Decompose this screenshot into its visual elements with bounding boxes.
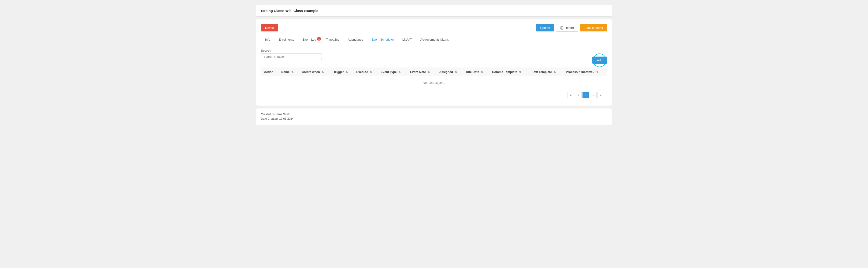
date-created: Date Created: 12-06-2024 [261, 117, 607, 121]
col-create-when-label: Create when [302, 70, 320, 74]
search-label: Search: [261, 49, 322, 52]
main-card: Delete Update Report Back to Index [256, 19, 612, 106]
pagination-prev[interactable]: ‹ [575, 92, 582, 98]
add-button[interactable]: Add [592, 57, 607, 64]
tab-event-scheduler[interactable]: Event Scheduler [367, 35, 398, 44]
search-section: Search: [261, 49, 322, 60]
back-to-index-button[interactable]: Back to Index [580, 24, 607, 31]
col-name-label: Name [281, 70, 289, 74]
col-assigned[interactable]: Assigned ⇅ [436, 68, 463, 76]
tab-achievements-matrix[interactable]: Achievements Matrix [416, 35, 453, 44]
report-label: Report [565, 26, 574, 30]
tab-timetable-label: Timetable [326, 38, 339, 41]
pagination-current[interactable]: 1 [583, 92, 589, 98]
col-due-date[interactable]: Due Date ⇅ [463, 68, 489, 76]
col-process-inactive[interactable]: Process if inactive? ⇅ [563, 68, 607, 76]
table-header-row: Action Name ⇅ Create when ⇅ Trigger ⇅ [261, 68, 607, 76]
tab-achievements-matrix-label: Achievements Matrix [421, 38, 449, 41]
col-create-when-sort: ⇅ [321, 71, 324, 74]
col-trigger-label: Trigger [334, 70, 344, 74]
page-title-bar: Editing Class: Wiki Class Example [256, 5, 612, 17]
col-text-template-label: Text Template [532, 70, 552, 74]
tab-event-log-label: Event Log [302, 38, 316, 41]
col-comms-template-label: Comms Template [492, 70, 517, 74]
col-event-type-sort: ⇅ [398, 71, 401, 74]
col-text-template-sort: ⇅ [554, 71, 556, 74]
report-button[interactable]: Report [556, 24, 578, 32]
col-name[interactable]: Name ⇅ [278, 68, 299, 76]
col-event-type[interactable]: Event Type ⇅ [378, 68, 407, 76]
pagination-next[interactable]: › [590, 92, 596, 98]
created-by: Created by: Jane Smith [261, 112, 607, 117]
col-action-label: Action [264, 70, 273, 74]
col-process-inactive-label: Process if inactive? [566, 70, 594, 74]
col-event-note[interactable]: Event Note ⇅ [407, 68, 437, 76]
tab-lnaat[interactable]: LNAAT [398, 35, 416, 44]
col-due-date-label: Due Date [466, 70, 479, 74]
pagination: « ‹ 1 › » [261, 89, 607, 101]
col-execute-label: Execute [356, 70, 368, 74]
event-scheduler-table: Action Name ⇅ Create when ⇅ Trigger ⇅ [261, 68, 607, 89]
tab-enrolments[interactable]: Enrolments [275, 35, 299, 44]
report-icon [560, 26, 563, 30]
col-process-inactive-sort: ⇅ [596, 71, 598, 74]
col-due-date-sort: ⇅ [481, 71, 483, 74]
tab-enrolments-label: Enrolments [279, 38, 294, 41]
toolbar-left: Delete [261, 24, 278, 31]
col-execute-sort: ⇅ [370, 71, 372, 74]
tab-info-label: Info [265, 38, 270, 41]
col-execute[interactable]: Execute ⇅ [353, 68, 378, 76]
event-log-badge: 1 [317, 37, 321, 41]
col-event-type-label: Event Type [381, 70, 397, 74]
tab-timetable[interactable]: Timetable [322, 35, 344, 44]
delete-button[interactable]: Delete [261, 24, 278, 31]
tab-event-log[interactable]: Event Log 1 [298, 35, 322, 44]
col-trigger-sort: ⇅ [346, 71, 348, 74]
table-wrapper: Action Name ⇅ Create when ⇅ Trigger ⇅ [261, 68, 607, 101]
col-action[interactable]: Action [261, 68, 278, 76]
col-create-when[interactable]: Create when ⇅ [299, 68, 331, 76]
col-name-sort: ⇅ [291, 71, 293, 74]
col-assigned-label: Assigned [439, 70, 453, 74]
col-assigned-sort: ⇅ [455, 71, 457, 74]
col-event-note-sort: ⇅ [428, 71, 430, 74]
pagination-first[interactable]: « [567, 92, 574, 98]
update-button[interactable]: Update [536, 24, 554, 31]
no-records-message: No records yet... [261, 76, 607, 89]
tab-attendance-label: Attendance [348, 38, 363, 41]
add-button-wrapper: Add [592, 57, 607, 64]
footer-info: Created by: Jane Smith Date Created: 12-… [256, 108, 612, 125]
tab-event-scheduler-label: Event Scheduler [371, 38, 394, 41]
toolbar-right: Update Report Back to Index [536, 24, 607, 32]
pagination-last[interactable]: » [597, 92, 604, 98]
tabs: Info Enrolments Event Log 1 Timetable At… [261, 35, 607, 44]
tab-lnaat-label: LNAAT [402, 38, 412, 41]
page-title: Editing Class: Wiki Class Example [261, 9, 318, 13]
col-event-note-label: Event Note [410, 70, 426, 74]
col-comms-template[interactable]: Comms Template ⇅ [489, 68, 529, 76]
search-input[interactable] [261, 53, 322, 60]
col-comms-template-sort: ⇅ [519, 71, 521, 74]
col-trigger[interactable]: Trigger ⇅ [331, 68, 353, 76]
no-records-row: No records yet... [261, 76, 607, 89]
toolbar: Delete Update Report Back to Index [261, 24, 607, 32]
col-text-template[interactable]: Text Template ⇅ [529, 68, 563, 76]
tab-attendance[interactable]: Attendance [344, 35, 368, 44]
tab-info[interactable]: Info [261, 35, 275, 44]
